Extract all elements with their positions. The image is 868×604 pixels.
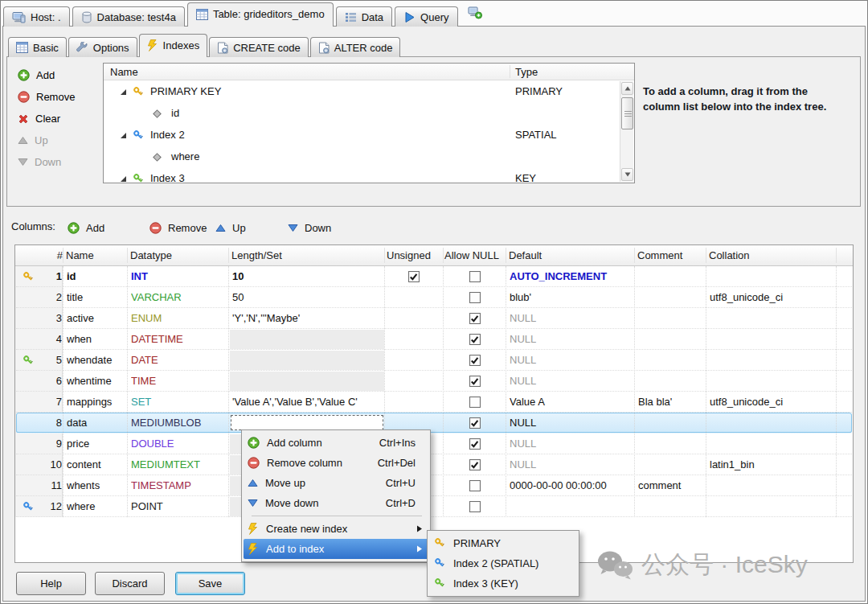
index-remove-button[interactable]: Remove [18,86,75,108]
table-row[interactable]: 12wherePOINT [16,496,852,517]
allow-null-checkbox[interactable] [469,292,481,303]
allow-null-checkbox[interactable] [469,334,481,345]
cell-length-set: 10 [232,266,383,287]
tree-column-name[interactable]: Name [110,66,138,78]
cell-datatype: POINT [131,496,227,517]
allow-null-checkbox[interactable] [469,501,481,512]
tab-indexes[interactable]: Indexes [139,34,208,57]
columns-remove-button[interactable]: Remove [149,219,207,236]
main-tab-database-test4a[interactable]: Database: test4a [72,6,185,27]
cell-datatype: ENUM [131,308,227,329]
tab-create-code[interactable]: CREATE code [209,37,309,57]
column-header-default[interactable]: Default [509,249,542,261]
cell-row-number: 11 [47,475,62,496]
allow-null-checkbox[interactable] [469,271,481,282]
table-row[interactable]: 6whentimeTIMENULL [16,371,852,392]
columns-add-button[interactable]: Add [68,219,104,236]
cell-collation: utf8_unicode_ci [710,392,835,413]
column-header-datatype[interactable]: Datatype [130,249,172,261]
button-label: Add [86,222,104,234]
tree-column-type[interactable]: Type [515,66,538,78]
tree-row[interactable]: where [104,146,619,168]
table-row[interactable]: 8dataMEDIUMBLOBNULL [16,413,852,433]
column-header-[interactable]: # [53,249,63,261]
allow-null-checkbox[interactable] [469,355,481,366]
menu-item-create-new-index[interactable]: Create new index [244,519,428,539]
table-row[interactable]: 5whendateDATENULL [16,350,852,371]
allow-null-checkbox[interactable] [469,480,481,491]
discard-button[interactable]: Discard [95,572,165,595]
tree-row[interactable]: Index 3KEY [104,168,619,183]
tab-options[interactable]: Options [68,37,137,57]
submenu-item-index-2-spatial[interactable]: Index 2 (SPATIAL) [429,553,577,573]
cell-name: whendate [67,350,126,371]
columns-down-button[interactable]: Down [288,219,331,236]
table-row[interactable]: 4whenDATETIMENULL [16,329,852,350]
main-tab-query[interactable]: Query [395,6,457,27]
columns-grid[interactable]: #NameDatatypeLength/SetUnsignedAllow NUL… [14,244,854,563]
index-add-button[interactable]: Add [18,64,75,86]
submenu-item-primary[interactable]: PRIMARY [429,533,577,553]
help-button[interactable]: Help [16,572,86,595]
cell-datatype: MEDIUMTEXT [131,454,227,475]
tab-alter-code[interactable]: ALTER code [310,37,401,57]
scrollbar-down-button[interactable] [621,168,633,181]
cell-name: active [67,308,126,329]
table-row[interactable]: 7mappingsSET'Value A','Value B','Value C… [16,392,852,413]
button-label: Clear [35,113,60,125]
scrollbar-up-button[interactable] [621,82,633,95]
allow-null-checkbox[interactable] [469,376,481,387]
table-row[interactable]: 2titleVARCHAR50blub'utf8_unicode_ci [16,287,852,308]
column-header-comment[interactable]: Comment [637,249,682,261]
add-circle-icon [248,437,260,449]
grid-column-line [228,266,229,517]
allow-null-checkbox[interactable] [469,313,481,324]
unsigned-checkbox[interactable] [408,271,420,282]
save-button[interactable]: Save [175,572,245,595]
tree-scrollbar[interactable] [620,81,633,182]
table-row[interactable]: 3activeENUM'Y','N','''Maybe'NULL [16,308,852,329]
main-tab-table-grideditors-demo[interactable]: Table: grideditors_demo [187,2,334,27]
main-tab-data[interactable]: Data [336,6,392,27]
watermark-text: 公众号 · IceSky [641,549,808,581]
menu-item-move-down[interactable]: Move downCtrl+D [244,493,428,513]
column-header-collation[interactable]: Collation [709,249,750,261]
tree-row[interactable]: id [104,103,619,125]
allow-null-checkbox[interactable] [469,459,481,470]
header-divider [706,248,706,263]
allow-null-checkbox[interactable] [469,417,481,429]
menu-item-add-column[interactable]: Add columnCtrl+Ins [244,433,428,453]
grid-column-line [506,266,506,517]
table-row[interactable]: 10contentMEDIUMTEXTNULLlatin1_bin [16,454,852,475]
menu-item-move-up[interactable]: Move upCtrl+U [244,473,428,493]
tree-item-type: KEY [515,172,536,183]
scrollbar-thumb[interactable] [621,97,633,129]
submenu-item-index-3-key[interactable]: Index 3 (KEY) [429,573,577,594]
tree-row[interactable]: PRIMARY KEYPRIMARY [104,81,619,103]
column-header-length-set[interactable]: Length/Set [231,249,282,261]
menu-item-label: Move down [265,497,318,509]
index-tree[interactable]: Name Type PRIMARY KEYPRIMARYidIndex 2SPA… [103,63,635,183]
cell-name: title [67,287,126,308]
add-circle-icon [18,69,30,81]
menu-item-add-to-index[interactable]: Add to index [244,539,428,559]
disabled-cell-bg [230,351,384,370]
new-session-button[interactable] [465,6,485,23]
menu-item-remove-column[interactable]: Remove columnCtrl+Del [244,453,428,473]
column-header-unsigned[interactable]: Unsigned [387,249,431,261]
allow-null-checkbox[interactable] [469,397,481,408]
table-row[interactable]: 11whentsTIMESTAMP0000-00-00 00:00:00comm… [16,475,852,496]
tab-basic[interactable]: Basic [8,37,67,57]
grid-column-line [63,266,63,517]
length-editor-cell[interactable] [231,415,383,430]
cell-row-number: 10 [47,454,62,475]
table-row[interactable]: 1idINT10AUTO_INCREMENT [16,266,852,287]
table-row[interactable]: 9priceDOUBLENULL [16,433,852,454]
columns-up-button[interactable]: Up [215,219,246,236]
main-tab-host[interactable]: Host: . [3,6,70,27]
column-header-allow-null[interactable]: Allow NULL [444,249,499,261]
allow-null-checkbox[interactable] [469,438,481,450]
index-clear-button[interactable]: Clear [18,108,75,129]
column-header-name[interactable]: Name [66,249,94,261]
tree-row[interactable]: Index 2SPATIAL [104,125,619,146]
